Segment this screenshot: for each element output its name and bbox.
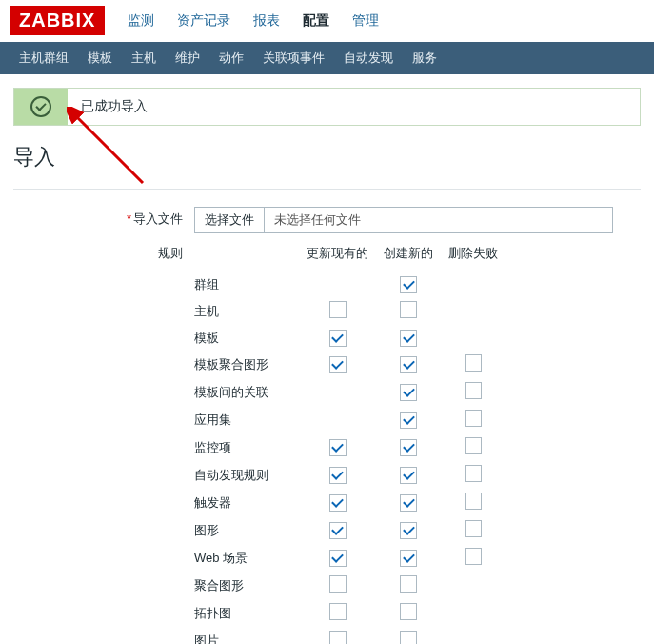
subnav-item-6[interactable]: 自动发现 [334, 42, 403, 74]
rule-name: 聚合图形 [194, 572, 299, 599]
checkbox-delete[interactable] [465, 437, 482, 454]
subnav-item-0[interactable]: 主机群组 [10, 42, 78, 74]
checkbox-update[interactable] [329, 603, 347, 620]
rules-header-update: 更新现有的 [299, 241, 376, 272]
checkbox-update[interactable] [329, 575, 347, 593]
check-circle-icon [30, 96, 51, 117]
rules-header-name [194, 241, 299, 272]
top-bar: ZABBIX 监测资产记录报表配置管理 [0, 0, 654, 42]
checkbox-delete[interactable] [465, 548, 482, 565]
checkbox-create[interactable] [400, 384, 417, 401]
rule-name: 图片 [194, 627, 299, 644]
checkbox-update[interactable] [329, 439, 347, 456]
table-row: 应用集 [194, 406, 505, 433]
checkbox-create[interactable] [400, 301, 417, 318]
success-message-text: 已成功导入 [68, 98, 148, 115]
rule-name: 主机 [194, 297, 299, 325]
checkbox-create[interactable] [400, 467, 417, 484]
checkbox-delete[interactable] [465, 520, 482, 537]
rule-name: 应用集 [194, 406, 299, 433]
success-icon-wrap [14, 89, 68, 125]
checkbox-delete[interactable] [465, 382, 482, 399]
rule-name: 拓扑图 [194, 599, 299, 627]
file-placeholder: 未选择任何文件 [265, 208, 370, 232]
checkbox-create[interactable] [400, 439, 417, 456]
rule-name: 监控项 [194, 433, 299, 461]
checkbox-delete[interactable] [465, 465, 482, 482]
subnav-item-5[interactable]: 关联项事件 [253, 42, 334, 74]
file-label: *导入文件 [13, 207, 194, 233]
table-row: 模板聚合图形 [194, 351, 505, 378]
success-message: 已成功导入 [13, 88, 641, 126]
rule-name: 模板间的关联 [194, 378, 299, 406]
topnav-item-1[interactable]: 资产记录 [166, 3, 242, 39]
checkbox-update[interactable] [329, 522, 347, 539]
topnav-item-4[interactable]: 管理 [341, 3, 390, 39]
sub-nav: 主机群组模板主机维护动作关联项事件自动发现服务 [0, 42, 654, 74]
checkbox-create[interactable] [400, 550, 417, 567]
subnav-item-3[interactable]: 维护 [166, 42, 209, 74]
table-row: 聚合图形 [194, 572, 505, 599]
rules-header-delete: 删除失败 [441, 241, 505, 272]
checkbox-create[interactable] [400, 603, 417, 620]
subnav-item-4[interactable]: 动作 [209, 42, 253, 74]
checkbox-update[interactable] [329, 494, 347, 512]
checkbox-update[interactable] [329, 356, 347, 373]
checkbox-create[interactable] [400, 494, 417, 512]
topnav-item-3[interactable]: 配置 [291, 3, 341, 39]
table-row: 图片 [194, 627, 505, 644]
rules-header-create: 创建新的 [376, 241, 441, 272]
logo: ZABBIX [10, 6, 105, 35]
table-row: Web 场景 [194, 544, 505, 572]
table-row: 触发器 [194, 489, 505, 516]
rule-name: 模板 [194, 325, 299, 351]
checkbox-create[interactable] [400, 330, 417, 347]
checkbox-update[interactable] [329, 330, 347, 347]
checkbox-update[interactable] [329, 550, 347, 567]
checkbox-create[interactable] [400, 631, 417, 644]
subnav-item-7[interactable]: 服务 [403, 42, 446, 74]
checkbox-create[interactable] [400, 522, 417, 539]
table-row: 模板间的关联 [194, 378, 505, 406]
table-row: 图形 [194, 516, 505, 544]
rule-name: 自动发现规则 [194, 461, 299, 489]
rule-name: 图形 [194, 516, 299, 544]
checkbox-update[interactable] [329, 467, 347, 484]
file-input[interactable]: 选择文件 未选择任何文件 [194, 207, 613, 233]
checkbox-delete[interactable] [465, 410, 482, 427]
checkbox-create[interactable] [400, 356, 417, 373]
table-row: 监控项 [194, 433, 505, 461]
page-title: 导入 [0, 126, 654, 189]
topnav-item-0[interactable]: 监测 [116, 3, 166, 39]
rule-name: 群组 [194, 272, 299, 297]
choose-file-button[interactable]: 选择文件 [195, 208, 265, 232]
table-row: 拓扑图 [194, 599, 505, 627]
rules-table: 更新现有的 创建新的 删除失败 群组主机模板模板聚合图形模板间的关联应用集监控项… [194, 241, 505, 644]
checkbox-delete[interactable] [465, 354, 482, 372]
rule-name: 触发器 [194, 489, 299, 516]
subnav-item-2[interactable]: 主机 [122, 42, 166, 74]
rules-label: 规则 [13, 241, 194, 644]
checkbox-create[interactable] [400, 276, 417, 293]
rule-name: 模板聚合图形 [194, 351, 299, 378]
checkbox-create[interactable] [400, 575, 417, 593]
subnav-item-1[interactable]: 模板 [78, 42, 122, 74]
topnav-item-2[interactable]: 报表 [242, 3, 291, 39]
table-row: 群组 [194, 272, 505, 297]
table-row: 主机 [194, 297, 505, 325]
checkbox-delete[interactable] [465, 493, 482, 510]
checkbox-update[interactable] [329, 301, 347, 318]
rule-name: Web 场景 [194, 544, 299, 572]
checkbox-update[interactable] [329, 631, 347, 644]
checkbox-create[interactable] [400, 412, 417, 429]
table-row: 自动发现规则 [194, 461, 505, 489]
top-nav: 监测资产记录报表配置管理 [116, 3, 390, 39]
table-row: 模板 [194, 325, 505, 351]
